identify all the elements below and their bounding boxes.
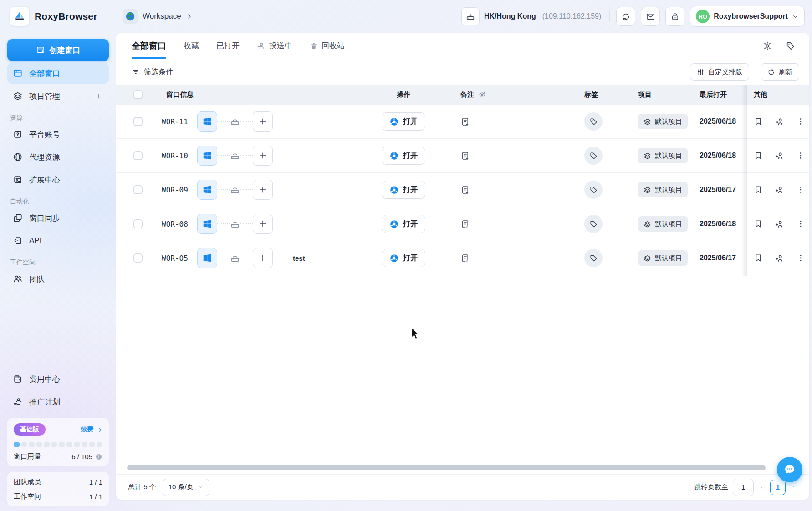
add-proxy-button[interactable] (253, 248, 273, 268)
more-actions-button[interactable] (796, 185, 805, 194)
tag-button[interactable] (584, 181, 603, 199)
add-note-button[interactable] (460, 185, 470, 195)
tag-button[interactable] (584, 147, 603, 165)
mail-button[interactable] (641, 7, 660, 26)
share-window-button[interactable] (775, 151, 784, 161)
share-window-button[interactable] (775, 219, 784, 229)
project-chip[interactable]: 默认项目 (638, 148, 688, 163)
tag-icon (589, 186, 598, 194)
bookmark-button[interactable] (754, 151, 763, 160)
next-page-icon[interactable] (790, 484, 797, 491)
table-row: WOR-08 打开 (116, 207, 809, 241)
workspace-selector[interactable]: Workspace (123, 9, 193, 24)
windows-os-button[interactable] (197, 214, 217, 234)
open-window-button[interactable]: 打开 (382, 249, 425, 267)
eye-off-icon[interactable] (478, 91, 486, 99)
sidebar-item-extension-center[interactable]: 扩展中心 (7, 169, 109, 190)
tab-transferring[interactable]: 投送中 (257, 33, 292, 59)
open-window-button[interactable]: 打开 (382, 112, 425, 131)
add-project-icon[interactable] (95, 92, 103, 100)
create-window-label: 创建窗口 (50, 45, 81, 56)
window-code: WOR-09 (162, 186, 197, 194)
tag-button[interactable] (584, 112, 603, 131)
bookmark-button[interactable] (754, 185, 763, 194)
add-note-button[interactable] (460, 117, 470, 126)
tab-recycle-bin[interactable]: 回收站 (310, 33, 345, 59)
header-last-open: 最后打开 (700, 91, 727, 99)
sidebar-item-window-sync[interactable]: 窗口同步 (7, 207, 109, 228)
sidebar-item-proxy-resources[interactable]: 代理资源 (7, 147, 109, 167)
windows-os-button[interactable] (197, 248, 217, 268)
share-window-button[interactable] (775, 117, 784, 126)
open-window-button[interactable]: 打开 (382, 147, 425, 165)
renew-link[interactable]: 续费 (81, 425, 102, 434)
bookmark-button[interactable] (754, 219, 763, 228)
filter-button[interactable]: 筛选条件 (132, 67, 173, 77)
section-workspace: 工作空间 (10, 258, 109, 267)
add-proxy-button[interactable] (253, 146, 273, 166)
sidebar-item-billing-center[interactable]: 费用中心 (7, 369, 109, 390)
sidebar-item-platform-accounts[interactable]: 平台账号 (7, 124, 109, 145)
page-1-button[interactable]: 1 (770, 480, 786, 495)
user-menu[interactable]: RO RoxybrowserSupport (690, 6, 805, 27)
create-window-button[interactable]: 创建窗口 (7, 39, 109, 61)
row-checkbox[interactable] (133, 185, 143, 194)
windows-os-button[interactable] (197, 180, 217, 200)
row-checkbox[interactable] (133, 117, 143, 126)
proxy-router-icon (461, 7, 480, 25)
windows-os-button[interactable] (197, 146, 217, 166)
more-actions-button[interactable] (796, 151, 805, 160)
proxy-node-icon (230, 218, 240, 229)
tag-manage-icon[interactable] (786, 41, 796, 51)
bookmark-button[interactable] (754, 253, 763, 263)
open-window-button[interactable]: 打开 (382, 181, 425, 199)
tab-opened[interactable]: 已打开 (216, 33, 240, 59)
add-proxy-button[interactable] (253, 111, 273, 132)
tab-favorites[interactable]: 收藏 (184, 33, 199, 59)
row-checkbox[interactable] (133, 151, 143, 160)
page-size-select[interactable]: 10 条/页 (163, 479, 209, 496)
row-checkbox[interactable] (133, 219, 143, 228)
lock-button[interactable] (665, 7, 684, 26)
select-all-checkbox[interactable] (133, 90, 143, 99)
more-actions-button[interactable] (796, 219, 805, 228)
horizontal-scrollbar[interactable] (127, 465, 766, 470)
proxy-info[interactable]: HK/Hong Kong(109.110.162.159) (461, 7, 601, 25)
custom-layout-button[interactable]: 自定义排版 (690, 63, 749, 81)
more-actions-button[interactable] (796, 117, 805, 126)
sidebar-item-team[interactable]: 团队 (7, 268, 109, 289)
add-proxy-button[interactable] (253, 214, 273, 234)
bookmark-button[interactable] (754, 117, 763, 126)
sticky-column-shadow (741, 85, 747, 276)
project-chip[interactable]: 默认项目 (638, 250, 688, 266)
header-tag: 标签 (584, 91, 598, 99)
sidebar-item-all-windows[interactable]: 全部窗口 (7, 63, 109, 84)
add-note-button[interactable] (460, 253, 470, 263)
plan-card: 基础版 续费 窗口用量 6 / 105 (7, 418, 109, 466)
support-chat-button[interactable] (777, 457, 802, 482)
tag-button[interactable] (584, 215, 603, 233)
sidebar-item-project-management[interactable]: 项目管理 (7, 86, 109, 106)
tag-button[interactable] (584, 249, 603, 267)
jump-page-input[interactable] (733, 479, 754, 496)
more-actions-button[interactable] (796, 253, 805, 263)
windows-os-button[interactable] (197, 111, 217, 132)
share-window-button[interactable] (775, 185, 784, 195)
add-note-button[interactable] (460, 219, 470, 229)
project-chip[interactable]: 默认项目 (638, 182, 688, 197)
tab-all-windows[interactable]: 全部窗口 (132, 33, 166, 59)
sync-button[interactable] (616, 7, 635, 26)
prev-page-icon[interactable] (758, 484, 766, 491)
project-chip[interactable]: 默认项目 (638, 114, 688, 129)
settings-gear-icon[interactable] (762, 41, 772, 51)
open-window-button[interactable]: 打开 (382, 215, 425, 233)
sidebar-item-referral-program[interactable]: 推广计划 (7, 391, 109, 412)
share-window-button[interactable] (775, 253, 784, 263)
row-checkbox[interactable] (133, 253, 143, 263)
project-chip[interactable]: 默认项目 (638, 216, 688, 232)
table-header: 窗口信息 操作 备注 标签 项目 最后打开 其他 (116, 85, 809, 105)
add-proxy-button[interactable] (253, 180, 273, 200)
add-note-button[interactable] (460, 151, 470, 161)
refresh-button[interactable]: 刷新 (761, 63, 799, 81)
sidebar-item-api[interactable]: API (7, 230, 109, 251)
